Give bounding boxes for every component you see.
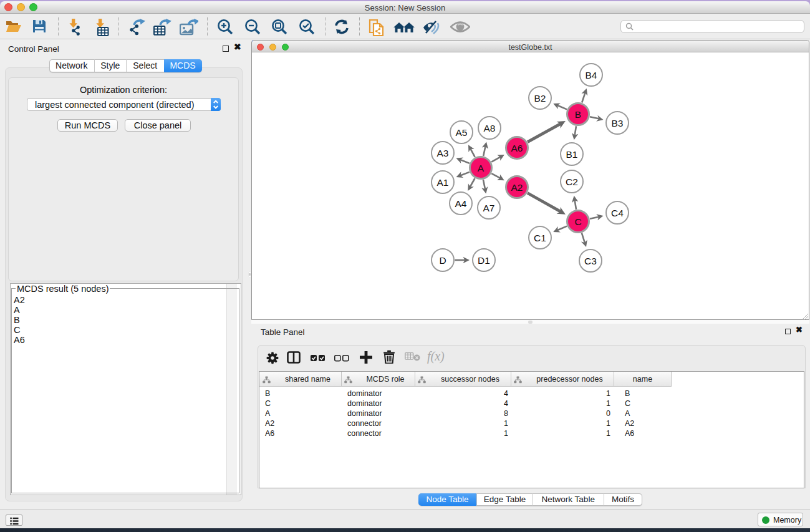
svg-text:B2: B2 <box>534 93 546 104</box>
svg-text:B4: B4 <box>586 70 597 80</box>
svg-text:A3: A3 <box>437 148 449 158</box>
svg-text:C3: C3 <box>584 256 597 266</box>
svg-text:C4: C4 <box>611 208 624 218</box>
svg-text:D: D <box>439 255 446 266</box>
svg-text:C: C <box>574 216 581 227</box>
svg-text:B3: B3 <box>612 118 624 128</box>
svg-text:A2: A2 <box>511 182 523 193</box>
svg-text:A5: A5 <box>456 127 468 138</box>
svg-text:A: A <box>478 163 485 173</box>
svg-text:A8: A8 <box>484 123 496 133</box>
svg-text:A7: A7 <box>483 203 495 213</box>
svg-text:C1: C1 <box>534 233 546 243</box>
svg-text:A4: A4 <box>455 198 467 209</box>
svg-text:C2: C2 <box>566 177 578 187</box>
svg-text:B1: B1 <box>566 149 578 160</box>
svg-text:A1: A1 <box>437 177 449 188</box>
svg-text:B: B <box>575 109 581 120</box>
svg-text:D1: D1 <box>478 255 490 266</box>
svg-text:A6: A6 <box>511 143 523 153</box>
